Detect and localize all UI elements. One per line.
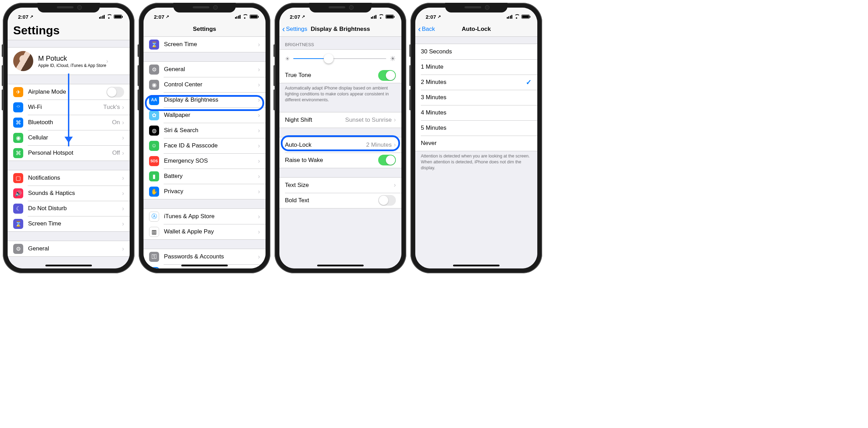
row-face-id[interactable]: ☺Face ID & Passcode›	[144, 138, 266, 153]
chevron-right-icon: ›	[122, 174, 124, 182]
row-privacy[interactable]: ✋Privacy›	[144, 184, 266, 199]
option-label: 4 Minutes	[421, 109, 532, 116]
chevron-right-icon: ›	[258, 81, 260, 88]
phone-frame-1: 2:07↗ Settings M Potuck Apple ID, iCloud…	[3, 3, 134, 273]
row-general[interactable]: ⚙General›	[144, 62, 266, 77]
chevron-right-icon: ›	[258, 253, 260, 260]
option-2-minutes[interactable]: 2 Minutes✓	[415, 75, 537, 90]
true-tone-toggle[interactable]	[378, 70, 396, 81]
battery-icon	[385, 15, 394, 19]
option-3-minutes[interactable]: 3 Minutes	[415, 90, 537, 105]
true-tone-footer: Automatically adapt iPhone display based…	[279, 83, 401, 103]
auto-lock-footer: Attention is detected when you are looki…	[415, 151, 537, 171]
sounds-icon: 🔊	[13, 188, 23, 198]
back-button[interactable]: ‹Settings	[282, 25, 307, 33]
signal-icon	[507, 15, 513, 19]
hotspot-icon: ⌘	[13, 148, 23, 158]
option-label: 5 Minutes	[421, 125, 532, 131]
airplane-toggle[interactable]	[106, 87, 124, 97]
chevron-right-icon: ›	[258, 112, 260, 119]
bluetooth-icon: ⌘	[13, 118, 23, 128]
settings-list[interactable]: ⌛ Screen Time › ⚙General› ◉Control Cente…	[144, 37, 266, 268]
option-4-minutes[interactable]: 4 Minutes	[415, 105, 537, 120]
option-30-seconds[interactable]: 30 Seconds	[415, 44, 537, 59]
wifi-settings-icon: ⌔	[13, 102, 23, 112]
auto-lock-options[interactable]: 30 Seconds1 Minute2 Minutes✓3 Minutes4 M…	[415, 37, 537, 268]
phone-frame-2: 2:07↗ Settings ⌛ Screen Time › ⚙General›…	[139, 3, 270, 273]
row-auto-lock[interactable]: Auto-Lock 2 Minutes ›	[279, 137, 401, 153]
location-icon: ↗	[30, 14, 33, 19]
option-label: 30 Seconds	[421, 48, 532, 55]
row-wallet[interactable]: ▥Wallet & Apple Pay›	[144, 224, 266, 239]
option-5-minutes[interactable]: 5 Minutes	[415, 120, 537, 136]
chevron-right-icon: ›	[122, 134, 124, 142]
display-settings[interactable]: BRIGHTNESS ☀︎ ☀︎ True Tone Automatically…	[279, 37, 401, 268]
row-notifications[interactable]: ▢ Notifications ›	[8, 170, 130, 186]
wallpaper-icon: ✿	[149, 110, 159, 120]
home-indicator[interactable]	[181, 265, 228, 266]
row-true-tone[interactable]: True Tone	[279, 68, 401, 83]
row-passwords[interactable]: ⚿Passwords & Accounts›	[144, 249, 266, 264]
row-display-brightness[interactable]: AADisplay & Brightness›	[144, 92, 266, 108]
sun-small-icon: ☀︎	[285, 55, 290, 62]
notch	[445, 3, 507, 12]
row-siri[interactable]: ◍Siri & Search›	[144, 123, 266, 138]
chevron-right-icon: ›	[258, 127, 260, 134]
battery-icon	[250, 15, 258, 19]
bold-text-toggle[interactable]	[378, 195, 396, 206]
row-raise-to-wake[interactable]: Raise to Wake	[279, 153, 401, 168]
wallet-icon: ▥	[149, 227, 159, 237]
chevron-right-icon: ›	[258, 213, 260, 220]
option-label: 2 Minutes	[421, 79, 526, 86]
row-screen-time[interactable]: ⌛ Screen Time ›	[144, 37, 266, 52]
settings-list[interactable]: M Potuck Apple ID, iCloud, iTunes & App …	[8, 40, 130, 268]
battery-icon	[521, 15, 530, 19]
row-control-center[interactable]: ◉Control Center›	[144, 77, 266, 92]
nav-bar: ‹Back Auto-Lock	[415, 22, 537, 37]
mail-icon: ✉	[149, 267, 159, 269]
nav-title: Display & Brightness	[311, 26, 370, 33]
home-indicator[interactable]	[317, 265, 364, 266]
row-night-shift[interactable]: Night Shift Sunset to Sunrise ›	[279, 112, 401, 128]
home-indicator[interactable]	[453, 265, 500, 266]
row-general[interactable]: ⚙ General ›	[8, 241, 130, 256]
row-sounds[interactable]: 🔊 Sounds & Haptics ›	[8, 186, 130, 201]
airplane-icon: ✈	[13, 87, 23, 97]
wifi-icon	[378, 15, 384, 19]
row-bold-text[interactable]: Bold Text	[279, 193, 401, 208]
notch	[173, 3, 236, 12]
chevron-right-icon: ›	[122, 190, 124, 197]
row-screen-time[interactable]: ⌛ Screen Time ›	[8, 216, 130, 231]
page-title: Settings	[8, 22, 130, 40]
row-wallpaper[interactable]: ✿Wallpaper›	[144, 108, 266, 123]
row-battery[interactable]: ▮Battery›	[144, 169, 266, 184]
chevron-right-icon: ›	[122, 205, 124, 212]
profile-subtitle: Apple ID, iCloud, iTunes & App Store	[38, 63, 106, 68]
location-icon: ↗	[302, 14, 305, 19]
home-indicator[interactable]	[45, 265, 92, 266]
signal-icon	[235, 15, 241, 19]
battery-settings-icon: ▮	[149, 171, 159, 181]
brightness-slider-row[interactable]: ☀︎ ☀︎	[279, 50, 401, 68]
battery-icon	[114, 15, 122, 19]
row-dnd[interactable]: ☾ Do Not Disturb ›	[8, 201, 130, 216]
cellular-icon: ◉	[13, 133, 23, 143]
nav-title: Settings	[193, 26, 216, 33]
chevron-right-icon: ›	[122, 220, 124, 228]
raise-to-wake-toggle[interactable]	[378, 155, 396, 165]
notifications-icon: ▢	[13, 173, 23, 183]
row-text-size[interactable]: Text Size ›	[279, 178, 401, 193]
chevron-right-icon: ›	[258, 157, 260, 165]
brightness-slider[interactable]	[293, 58, 386, 59]
apple-id-row[interactable]: M Potuck Apple ID, iCloud, iTunes & App …	[8, 48, 130, 75]
back-button[interactable]: ‹Back	[418, 25, 435, 33]
row-personal-hotspot[interactable]: ⌘ Personal Hotspot Off ›	[8, 145, 130, 161]
row-itunes[interactable]: ⒶiTunes & App Store›	[144, 209, 266, 224]
row-emergency-sos[interactable]: SOSEmergency SOS›	[144, 153, 266, 169]
phone-frame-4: 2:07↗ ‹Back Auto-Lock 30 Seconds1 Minute…	[410, 3, 542, 273]
option-1-minute[interactable]: 1 Minute	[415, 59, 537, 75]
chevron-right-icon: ›	[394, 116, 396, 123]
option-never[interactable]: Never	[415, 136, 537, 151]
checkmark-icon: ✓	[526, 78, 532, 86]
chevron-right-icon: ›	[106, 58, 108, 65]
